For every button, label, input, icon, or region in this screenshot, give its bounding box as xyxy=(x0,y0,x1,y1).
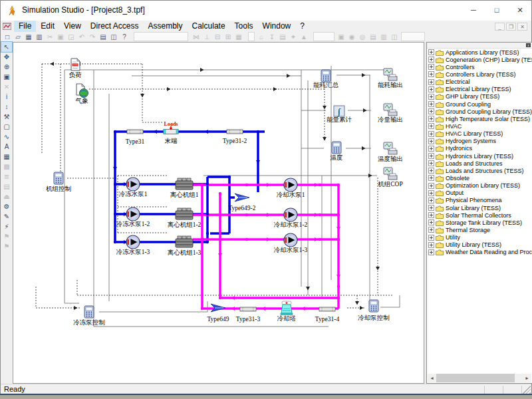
node-unit-ctrl[interactable]: 机组控制 xyxy=(46,172,71,192)
library-item-hydrogen-systems[interactable]: Hydrogen Systems xyxy=(428,138,532,145)
menu-direct-access[interactable]: Direct Access xyxy=(86,21,144,32)
node-temp-out[interactable]: 温度输出 xyxy=(378,142,403,162)
library-item-ground-coupling-library-tess[interactable]: Ground Coupling Library (TESS) xyxy=(428,108,532,115)
new-icon[interactable]: □ xyxy=(2,32,13,42)
node-temp[interactable]: 温度 xyxy=(331,142,343,161)
node-energy-acc[interactable]: 能量累计 xyxy=(327,106,352,123)
output-manager-icon[interactable]: ▣ xyxy=(336,32,346,42)
library-item-optimization-library-tess[interactable]: Optimization Library (TESS) xyxy=(428,182,532,190)
table-icon[interactable]: ▤ xyxy=(277,32,288,42)
probe-icon[interactable]: ↕ xyxy=(1,102,12,112)
link-icon[interactable]: ∿ xyxy=(1,132,12,142)
text-icon[interactable]: A xyxy=(1,142,12,152)
library-item-high-temperature-solar-tess[interactable]: High Temperature Solar (TESS) xyxy=(428,115,532,122)
mdi-restore-button[interactable]: ❐ xyxy=(506,23,516,31)
direct-access-icon[interactable]: ⌂ xyxy=(256,32,267,42)
node-cooling-tower[interactable]: 冷却塔 xyxy=(277,301,297,322)
zoom-in-icon[interactable]: ⊞ xyxy=(223,32,233,42)
node-unit-cop[interactable]: 机组COP xyxy=(378,168,402,188)
expand-icon[interactable] xyxy=(428,235,434,241)
panel-close-icon[interactable]: x xyxy=(526,43,531,47)
flag2-icon[interactable]: ⚑ xyxy=(1,241,12,251)
minimize-button[interactable]: ─ xyxy=(462,1,485,20)
node-cw-pump-1[interactable]: 冷却水泵1 xyxy=(277,178,305,198)
export-icon[interactable]: ▥ xyxy=(378,32,389,42)
pan-icon[interactable]: ✥ xyxy=(1,52,12,62)
library-item-hydronics-library-tess[interactable]: Hydronics Library (TESS) xyxy=(428,152,532,160)
scroll-left-icon[interactable]: ◂ xyxy=(428,374,436,382)
expand-icon[interactable] xyxy=(428,198,434,203)
expand-icon[interactable] xyxy=(428,116,434,122)
expand-icon[interactable] xyxy=(428,64,434,70)
library-item-output[interactable]: Output xyxy=(428,190,532,197)
menu-edit[interactable]: Edit xyxy=(36,21,59,32)
node-weather[interactable]: 气象 xyxy=(76,84,89,104)
library-item-utility[interactable]: Utility xyxy=(428,234,532,241)
library-item-physical-phenomena[interactable]: Physical Phenomena xyxy=(428,197,532,204)
node-chiller-1[interactable]: 离心机组1 xyxy=(170,178,199,198)
mdi-close-button[interactable]: ✕ xyxy=(517,23,527,31)
cooling-water-lines[interactable] xyxy=(193,185,338,309)
fit-page-icon[interactable]: ⋈ xyxy=(191,32,201,42)
flag-icon[interactable]: ⚑ xyxy=(1,231,12,241)
expand-icon[interactable] xyxy=(428,160,434,166)
node-energy-out[interactable]: 能耗输出 xyxy=(378,68,403,88)
library-item-obsolete[interactable]: Obsolete xyxy=(428,174,532,182)
eject-icon[interactable]: ⏏ xyxy=(1,192,12,201)
resize-grip[interactable] xyxy=(523,386,531,394)
terrain-icon[interactable]: ▲ xyxy=(299,32,309,42)
expand-icon[interactable] xyxy=(428,190,434,196)
expand-icon[interactable] xyxy=(428,205,434,211)
node-terminal[interactable]: 末端Loads xyxy=(164,121,178,144)
expand-icon[interactable] xyxy=(428,227,434,233)
expand-icon[interactable] xyxy=(428,131,434,137)
fit-width-icon[interactable]: ⊥ xyxy=(201,32,212,42)
expand-icon[interactable] xyxy=(428,175,434,181)
library-item-thermal-storage[interactable]: Thermal Storage xyxy=(428,226,532,233)
layers-icon[interactable]: ≣ xyxy=(1,172,12,182)
library-item-controllers-library-tess[interactable]: Controllers Library (TESS) xyxy=(428,70,532,78)
redo-icon[interactable]: ↷ xyxy=(87,32,98,42)
copy-link-icon[interactable]: ▢ xyxy=(1,122,12,132)
menu-window[interactable]: Window xyxy=(258,21,296,32)
node-load[interactable]: 负荷 xyxy=(69,59,82,78)
run-icon[interactable]: ⚡ xyxy=(1,221,12,231)
scroll-thumb[interactable] xyxy=(436,374,515,382)
maximize-button[interactable]: □ xyxy=(485,1,508,20)
zoom-100-icon[interactable]: ⊟ xyxy=(212,32,223,42)
grid-icon[interactable]: ▦ xyxy=(1,152,12,162)
project-canvas[interactable]: ∫ xyxy=(13,42,424,384)
snap-icon[interactable]: ▩ xyxy=(1,162,12,172)
library-item-ghp-library-tess[interactable]: GHP Library (TESS) xyxy=(428,93,532,100)
expand-icon[interactable] xyxy=(428,242,434,248)
library-item-solar-library-tess[interactable]: Solar Library (TESS) xyxy=(428,204,532,211)
library-item-solar-thermal-collectors[interactable]: Solar Thermal Collectors xyxy=(428,211,532,219)
expand-icon[interactable] xyxy=(428,138,434,144)
library-item-loads-and-structures-tess[interactable]: Loads and Structures (TESS) xyxy=(428,167,532,174)
open-icon[interactable]: ▱ xyxy=(13,32,23,42)
node-chw-pump-ctrl[interactable]: 冷冻泵控制 xyxy=(73,306,105,326)
pen-icon[interactable]: ✎ xyxy=(1,211,12,221)
node-chw-pump-3[interactable]: 冷冻水泵1-3 xyxy=(116,235,150,255)
expand-icon[interactable] xyxy=(428,153,434,159)
expand-icon[interactable] xyxy=(428,101,434,107)
save-icon[interactable]: ▦ xyxy=(23,32,34,42)
sort-icon[interactable]: ↧ xyxy=(267,32,277,42)
paste-icon[interactable]: ◲ xyxy=(66,32,76,42)
library-item-loads-and-structures[interactable]: Loads and Structures xyxy=(428,160,532,167)
expand-icon[interactable] xyxy=(428,71,434,77)
expand-icon[interactable] xyxy=(428,212,434,218)
node-chw-pump-1[interactable]: 冷冻水泵1 xyxy=(119,178,148,198)
expand-icon[interactable] xyxy=(428,108,434,114)
copy-icon[interactable]: ▣ xyxy=(55,32,66,42)
node-type31[interactable]: Type31 xyxy=(126,130,145,145)
node-chiller-2[interactable]: 离心机组1-2 xyxy=(168,208,201,228)
expand-icon[interactable] xyxy=(428,49,434,55)
zoom-out-icon[interactable]: ▦ xyxy=(233,32,244,42)
lock-icon[interactable]: ◎ xyxy=(357,32,368,42)
node-cw-pump-3[interactable]: 冷却水泵1-3 xyxy=(274,233,308,253)
expand-icon[interactable] xyxy=(428,183,434,189)
menu-view[interactable]: View xyxy=(59,21,86,32)
menu-file[interactable]: File xyxy=(14,21,36,32)
library-item-hvac-library-tess[interactable]: HVAC Library (TESS) xyxy=(428,130,532,138)
